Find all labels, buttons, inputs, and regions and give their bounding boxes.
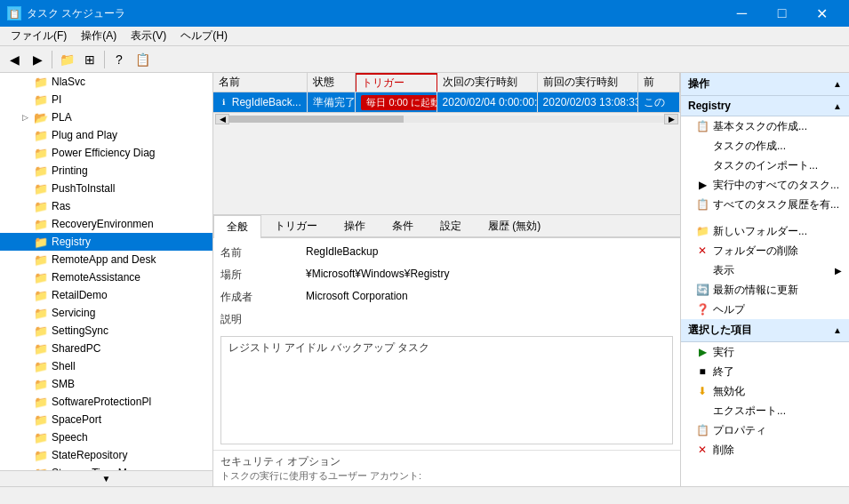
tree-item-spaceport[interactable]: 📁 SpacePort	[0, 411, 212, 428]
detail-content: 名前 RegIdleBackup 場所 ¥Microsoft¥Windows¥R…	[213, 238, 680, 486]
tree-item-pla[interactable]: ▷ 📂 PLA	[0, 108, 212, 126]
action-running-tasks[interactable]: ▶ 実行中のすべてのタスク...	[681, 175, 849, 195]
action-delete-folder[interactable]: ✕ フォルダーの削除	[681, 241, 849, 260]
action-create-basic[interactable]: 📋 基本タスクの作成...	[681, 116, 849, 136]
folder-icon: 📁	[34, 324, 48, 338]
action-section-label-main: 操作	[688, 76, 709, 92]
action-create-task[interactable]: タスクの作成...	[681, 136, 849, 156]
header-prev-run[interactable]: 前回の実行時刻	[538, 73, 638, 92]
scroll-right-btn[interactable]: ▶	[664, 114, 678, 124]
action-new-folder[interactable]: 📁 新しいフォルダー...	[681, 221, 849, 241]
tab-action[interactable]: 操作	[331, 215, 379, 236]
folder-icon: 📁	[34, 93, 48, 107]
tree-item-storagetiers[interactable]: 📁 Storage Tiers Manage	[0, 464, 212, 470]
tree-item-ras[interactable]: 📁 Ras	[0, 197, 212, 215]
action-disable[interactable]: ⬇ 無効化	[681, 381, 849, 401]
tab-condition[interactable]: 条件	[379, 215, 427, 236]
detail-grid: 名前 RegIdleBackup 場所 ¥Microsoft¥Windows¥R…	[213, 238, 680, 334]
action-new-folder-label: 新しいフォルダー...	[713, 224, 807, 239]
action-delete-task-label: 削除	[713, 443, 734, 458]
header-trigger[interactable]: トリガー	[356, 73, 437, 92]
trigger-badge: 毎日 0:00 に起動	[361, 95, 437, 110]
tree-item-printing[interactable]: 📁 Printing	[0, 162, 212, 180]
tree-item-sharedpc[interactable]: 📁 SharedPC	[0, 340, 212, 357]
menu-help[interactable]: ヘルプ(H)	[173, 27, 235, 45]
header-name[interactable]: 名前	[213, 73, 308, 92]
expand-icon	[18, 146, 32, 160]
tab-settings[interactable]: 設定	[427, 215, 475, 236]
action-refresh[interactable]: 🔄 最新の情報に更新	[681, 280, 849, 300]
tree-item-remoteassist[interactable]: 📁 RemoteAssistance	[0, 268, 212, 286]
tree-item-pi[interactable]: 📁 PI	[0, 91, 212, 108]
action-all-history[interactable]: 📋 すべてのタスク展歴を有...	[681, 195, 849, 214]
tree-item-label: StateRepository	[52, 449, 127, 461]
tree-item-pushtoinstall[interactable]: 📁 PushToInstall	[0, 180, 212, 197]
tree-scroll-down[interactable]: ▼	[0, 470, 212, 486]
action-section-header-selected[interactable]: 選択した項目 ▲	[681, 319, 849, 342]
action-run[interactable]: ▶ 実行	[681, 342, 849, 362]
tab-general[interactable]: 全般	[213, 215, 261, 238]
tab-trigger[interactable]: トリガー	[261, 215, 331, 236]
tree-item-label: PI	[52, 93, 61, 106]
action-stop[interactable]: ■ 終了	[681, 362, 849, 381]
tree-item-staterepo[interactable]: 📁 StateRepository	[0, 446, 212, 464]
tree-item-label: RetailDemo	[52, 289, 108, 301]
tree-item-label: NlaSvc	[52, 76, 85, 88]
tree-item-registry[interactable]: 📁 Registry	[0, 233, 212, 251]
action-section-header-main[interactable]: 操作 ▲	[681, 73, 849, 96]
action-running-tasks-label: 実行中のすべてのタスク...	[713, 178, 839, 193]
maximize-button[interactable]: □	[762, 0, 802, 27]
scroll-left-btn[interactable]: ◀	[215, 114, 229, 124]
back-button[interactable]: ◀	[4, 49, 25, 70]
header-status[interactable]: 状態	[308, 73, 356, 92]
toolbar: ◀ ▶ 📁 ⊞ ? 📋	[0, 46, 849, 73]
tree-item-smb[interactable]: 📁 SMB	[0, 375, 212, 393]
folder-icon: 📁	[34, 289, 48, 302]
action-delete-task[interactable]: ✕ 削除	[681, 440, 849, 460]
expand-icon	[18, 288, 32, 302]
tree-item-softwareprot[interactable]: 📁 SoftwareProtectionPl	[0, 393, 212, 411]
expand-icon	[18, 324, 32, 338]
close-button[interactable]: ✕	[802, 0, 842, 27]
create-basic-icon: 📋	[695, 119, 709, 133]
tree-item-plugplay[interactable]: 📁 Plug and Play	[0, 126, 212, 144]
tree-item-powereff[interactable]: 📁 Power Efficiency Diag	[0, 144, 212, 162]
action-help-registry[interactable]: ❓ ヘルプ	[681, 300, 849, 319]
minimize-button[interactable]: ─	[722, 0, 762, 27]
action-export[interactable]: エクスポート...	[681, 401, 849, 420]
properties-button[interactable]: 📋	[132, 49, 153, 70]
folder-icon: 📁	[34, 129, 48, 142]
action-properties[interactable]: 📋 プロパティ	[681, 420, 849, 440]
header-prev2[interactable]: 前	[638, 73, 680, 92]
tree-item-retaildemo[interactable]: 📁 RetailDemo	[0, 286, 212, 304]
tree-item-nlasvc[interactable]: 📁 NlaSvc	[0, 73, 212, 91]
tree-item-servicing[interactable]: 📁 Servicing	[0, 304, 212, 322]
folder-button[interactable]: 📁	[56, 49, 77, 70]
tree-item-recovery[interactable]: 📁 RecoveryEnvironmen	[0, 215, 212, 233]
folder-icon: 📁	[34, 431, 48, 444]
tree-item-settingsync[interactable]: 📁 SettingSync	[0, 322, 212, 340]
task-h-scrollbar[interactable]: ◀ ▶	[213, 112, 680, 124]
tree-item-shell[interactable]: 📁 Shell	[0, 357, 212, 375]
tab-history[interactable]: 履歴 (無効)	[475, 215, 554, 236]
action-section-header-registry[interactable]: Registry ▲	[681, 96, 849, 116]
task-trigger-cell: 毎日 0:00 に起動	[356, 92, 437, 112]
help-button[interactable]: ?	[108, 49, 130, 70]
views-button[interactable]: ⊞	[79, 49, 100, 70]
action-view[interactable]: 表示 ▶	[681, 260, 849, 280]
action-create-task-label: タスクの作成...	[713, 139, 786, 154]
folder-icon: 📁	[34, 271, 48, 284]
forward-button[interactable]: ▶	[27, 49, 48, 70]
security-value: トスクの実行に使用するユーザー アカウント:	[220, 469, 673, 483]
menu-file[interactable]: ファイル(F)	[4, 27, 74, 45]
tree-item-speech[interactable]: 📁 Speech	[0, 428, 212, 446]
header-next-run[interactable]: 次回の実行時刻	[437, 73, 538, 92]
menu-view[interactable]: 表示(V)	[124, 27, 173, 45]
action-section-label-registry: Registry	[688, 100, 731, 112]
main-layout: 📁 NlaSvc 📁 PI ▷ 📂 PLA 📁 Plug and Play 📁	[0, 73, 849, 486]
action-import-task[interactable]: タスクのインポート...	[681, 156, 849, 175]
tree-item-remoteapp[interactable]: 📁 RemoteApp and Desk	[0, 251, 212, 268]
tree-content[interactable]: 📁 NlaSvc 📁 PI ▷ 📂 PLA 📁 Plug and Play 📁	[0, 73, 212, 470]
task-row-regidlebackup[interactable]: ℹ RegIdleBack... 準備完了 毎日 0:00 に起動 2020/0…	[213, 92, 680, 112]
menu-action[interactable]: 操作(A)	[74, 27, 124, 45]
